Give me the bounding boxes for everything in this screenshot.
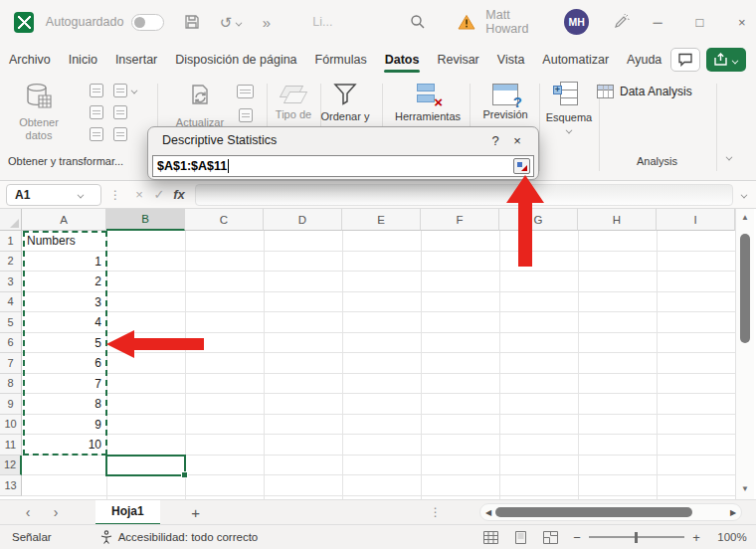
- scroll-down-icon[interactable]: ▼: [736, 484, 754, 493]
- tab-datos[interactable]: Datos: [376, 45, 429, 76]
- from-picture-chevron-icon[interactable]: [131, 87, 138, 93]
- scroll-right-icon[interactable]: ▶: [725, 508, 741, 517]
- row-header[interactable]: 4: [0, 292, 22, 313]
- column-header-h[interactable]: H: [578, 209, 657, 231]
- formula-input[interactable]: [195, 184, 733, 206]
- name-box[interactable]: A1: [6, 184, 101, 206]
- save-icon[interactable]: [184, 14, 200, 30]
- row-header[interactable]: 8: [0, 374, 22, 395]
- warning-icon[interactable]: [458, 14, 475, 30]
- data-analysis-button[interactable]: Data Analysis: [597, 85, 692, 98]
- range-selector-button[interactable]: [513, 158, 530, 174]
- maximize-button[interactable]: □: [685, 15, 713, 30]
- ink-pen-icon[interactable]: [613, 14, 630, 30]
- dialog-help-button[interactable]: ?: [484, 133, 506, 148]
- tab-inicio[interactable]: Inicio: [60, 45, 106, 76]
- recent-sources-icon[interactable]: [113, 105, 127, 119]
- column-header-c[interactable]: C: [185, 209, 264, 231]
- dialog-close-button[interactable]: ×: [506, 133, 528, 148]
- comments-button[interactable]: [670, 48, 700, 72]
- insert-function-icon[interactable]: fx: [169, 187, 189, 202]
- zoom-slider-handle[interactable]: [635, 532, 638, 543]
- active-cell-b12[interactable]: [105, 455, 186, 476]
- tab-revisar[interactable]: Revisar: [428, 45, 487, 76]
- scroll-left-icon[interactable]: ◀: [480, 508, 496, 517]
- column-header-a[interactable]: A: [22, 209, 106, 231]
- workbook-links-icon[interactable]: [239, 108, 253, 122]
- from-table-icon[interactable]: [90, 127, 103, 141]
- forecast-button[interactable]: ? Previsión: [475, 82, 535, 120]
- close-button[interactable]: ×: [728, 15, 756, 30]
- page-break-view-icon[interactable]: [535, 531, 565, 544]
- document-title[interactable]: Li...: [312, 15, 332, 29]
- vertical-scrollbar[interactable]: ▲ ▼: [735, 209, 754, 499]
- autosave-toggle[interactable]: [131, 14, 163, 31]
- ribbon-collapse-chevron-icon[interactable]: [726, 153, 733, 160]
- row-header[interactable]: 10: [0, 415, 22, 436]
- sheet-tab-hoja1[interactable]: Hoja1: [95, 500, 160, 525]
- undo-chevron-icon[interactable]: [236, 19, 243, 26]
- tab-disposicion[interactable]: Disposición de página: [166, 45, 305, 76]
- from-picture-icon[interactable]: [113, 84, 127, 97]
- tab-formulas[interactable]: Fórmulas: [306, 45, 376, 76]
- existing-connections-icon[interactable]: [113, 127, 127, 141]
- outline-button[interactable]: + Esquema: [543, 82, 595, 135]
- from-web-icon[interactable]: [90, 105, 103, 119]
- horizontal-scroll-thumb[interactable]: [495, 507, 692, 517]
- row-header[interactable]: 7: [0, 353, 22, 374]
- sort-filter-button[interactable]: Ordenar y: [316, 82, 374, 122]
- horizontal-scrollbar[interactable]: ◀ ▶: [479, 503, 742, 521]
- normal-view-icon[interactable]: [475, 531, 505, 544]
- column-header-g[interactable]: G: [499, 209, 578, 231]
- row-header[interactable]: 2: [0, 252, 22, 273]
- tab-insertar[interactable]: Insertar: [106, 45, 166, 76]
- data-types-button[interactable]: Tipo de: [271, 82, 316, 120]
- vertical-scroll-thumb[interactable]: [740, 234, 750, 343]
- cells-area[interactable]: Numbers 1 2 3 4 5 6 7 8 9 10: [22, 231, 735, 499]
- refresh-all-button[interactable]: Actualizar: [171, 82, 229, 128]
- tab-ayuda[interactable]: Ayuda: [618, 45, 670, 76]
- row-header[interactable]: 9: [0, 394, 22, 415]
- input-range-field[interactable]: $A$1:$A$11: [152, 155, 534, 177]
- column-header-e[interactable]: E: [342, 209, 421, 231]
- row-header[interactable]: 13: [0, 475, 22, 496]
- dialog-title-bar[interactable]: Descriptive Statistics ? ×: [148, 127, 538, 153]
- accessibility-status[interactable]: Accesibilidad: todo correcto: [99, 530, 259, 544]
- share-button[interactable]: [706, 48, 746, 72]
- column-header-d[interactable]: D: [264, 209, 342, 231]
- minimize-button[interactable]: ─: [644, 15, 671, 30]
- tab-automatizar[interactable]: Automatizar: [533, 45, 618, 76]
- row-header-active[interactable]: 12: [0, 456, 22, 476]
- column-header-b[interactable]: B: [106, 209, 185, 231]
- formula-bar-handle[interactable]: ⋮: [109, 188, 121, 202]
- excel-logo-icon[interactable]: [14, 12, 34, 33]
- tab-vista[interactable]: Vista: [488, 45, 534, 76]
- get-data-button[interactable]: Obtener datos: [8, 82, 70, 141]
- zoom-level[interactable]: 100%: [708, 531, 756, 543]
- sheet-next-icon[interactable]: ›: [42, 504, 70, 520]
- user-avatar[interactable]: MH: [564, 9, 589, 35]
- from-text-icon[interactable]: [90, 84, 103, 97]
- data-tools-button[interactable]: × Herramientas: [390, 82, 466, 122]
- cancel-entry-icon[interactable]: ×: [129, 187, 149, 202]
- sheet-prev-icon[interactable]: ‹: [14, 504, 42, 520]
- formula-bar-expand-chevron-icon[interactable]: [741, 191, 748, 198]
- scrollbar-resize-handle[interactable]: ⋮: [430, 505, 442, 519]
- add-sheet-button[interactable]: +: [186, 504, 206, 521]
- properties-icon[interactable]: [237, 85, 254, 98]
- row-header[interactable]: 11: [0, 435, 22, 456]
- page-layout-view-icon[interactable]: [505, 531, 535, 544]
- row-header[interactable]: 3: [0, 272, 22, 292]
- zoom-in-button[interactable]: +: [684, 530, 708, 545]
- zoom-out-button[interactable]: −: [565, 530, 589, 545]
- more-commands-icon[interactable]: »: [263, 15, 271, 30]
- select-all-corner[interactable]: [0, 209, 22, 231]
- row-header[interactable]: 5: [0, 312, 22, 333]
- column-header-i[interactable]: I: [657, 209, 735, 231]
- zoom-slider[interactable]: [589, 536, 684, 538]
- row-header[interactable]: 1: [0, 231, 22, 252]
- confirm-entry-icon[interactable]: ✓: [149, 187, 169, 202]
- column-header-f[interactable]: F: [421, 209, 499, 231]
- row-header[interactable]: 6: [0, 333, 22, 354]
- tab-archivo[interactable]: Archivo: [0, 45, 60, 76]
